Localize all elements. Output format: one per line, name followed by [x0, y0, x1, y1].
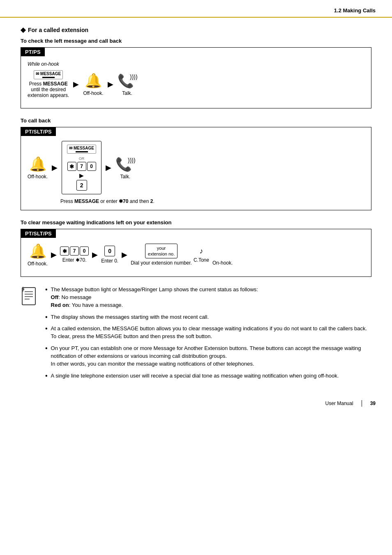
proc-box-ptsltps-clear: PT/SLT/PS 🔔 Off-hook. ▶ ✱ 7 0 Enter ✱70.: [21, 229, 371, 277]
message-button-icon: ✉ MESSAGE: [34, 70, 63, 79]
key-star-clear: ✱: [60, 246, 69, 256]
notes-list: • The Message button light or Message/Ri…: [45, 286, 371, 384]
note-text-4: On your PT, you can establish one or mor…: [51, 345, 371, 368]
key-row-star70: ✱ 7 0: [67, 162, 96, 171]
section-for-called-extension-label: For a called extension: [28, 27, 88, 33]
step3-label-clear: Enter 0.: [101, 258, 118, 264]
key-2-btn: 2: [76, 180, 87, 191]
note-text-2: The display shows the messages starting …: [51, 313, 371, 321]
or-label: OR: [79, 157, 85, 161]
key-7-clear: 7: [70, 246, 79, 256]
step3-label-check: Talk.: [122, 90, 132, 96]
ext-line1: your: [157, 246, 166, 251]
notes-icon-container: [21, 286, 39, 307]
arrow3-clear: ▶: [122, 250, 127, 259]
step5-label-clear: On-hook.: [212, 260, 233, 266]
footer-label: User Manual: [325, 401, 353, 406]
talk-icon-2: 📞 )))): [115, 156, 135, 172]
inner-arrow-callback: ▶: [79, 172, 84, 179]
flow-item-offhook2: 🔔 Off-hook.: [28, 156, 48, 180]
note-bullet-2: •: [45, 314, 48, 321]
proc-box-ptsltps-clear-body: 🔔 Off-hook. ▶ ✱ 7 0 Enter ✱70. ▶ 0: [21, 243, 371, 267]
note-text-3: At a called extension, the MESSAGE butto…: [51, 325, 371, 341]
key-row-star70-clear: ✱ 7 0: [60, 246, 89, 256]
note-bullet-4: •: [45, 345, 48, 368]
key-combo-callback: ✉ MESSAGE OR ✱ 7 0 ▶ 2: [62, 141, 101, 194]
step2-label-clear: Enter ✱70.: [62, 257, 87, 263]
notes-section: • The Message button light or Message/Ri…: [21, 286, 371, 384]
proc-box-ptsltps-clear-header: PT/SLT/PS: [21, 229, 56, 238]
ctone-label: C.Tone: [194, 257, 209, 263]
callback-caption: Press MESSAGE or enter ✱70 and then 2.: [28, 198, 364, 204]
page-footer: User Manual 39: [0, 392, 392, 411]
note-bullet-5: •: [45, 373, 48, 380]
arrow1-check: ▶: [73, 80, 79, 89]
section-title-header: 1.2 Making Calls: [334, 7, 376, 14]
proc-box-ptsltps-callback-body: 🔔 Off-hook. ▶ ✉ MESSAGE OR ✱ 7: [21, 141, 371, 204]
note-item-4: • On your PT, you can establish one or m…: [45, 345, 371, 368]
key-star-btn: ✱: [67, 162, 76, 171]
key-0-second-clear: 0: [104, 246, 115, 256]
note-bullet-3: •: [45, 325, 48, 341]
msg-icon-bar: [42, 77, 55, 78]
bell-icon: 🔔: [85, 72, 102, 89]
proc-box-ptsltps-callback: PT/SLT/PS 🔔 Off-hook. ▶ ✉ MESSAGE OR: [21, 127, 371, 210]
talk-icon-1: 📞 )))): [118, 72, 137, 89]
key-0-clear: 0: [80, 246, 89, 256]
sub-title-call-back: To call back: [21, 117, 371, 124]
proc-box-ptps: PT/PS While on-hook ✉ MESSAGE Press MESS…: [21, 47, 371, 108]
msg-icon-bar-2: [76, 151, 88, 152]
message-button-icon-2: ✉ MESSAGE: [67, 145, 96, 154]
page-header: 1.2 Making Calls: [0, 0, 392, 18]
step1-label-callback: Off-hook.: [28, 174, 48, 180]
flow-item-ctone: ♪ C.Tone: [194, 247, 209, 263]
arrow2-callback: ▶: [106, 163, 111, 172]
step1-label-check: Press MESSAGEuntil the desiredextension …: [28, 81, 69, 98]
note-item-2: • The display shows the messages startin…: [45, 313, 371, 321]
music-note-icon: ♪: [199, 247, 203, 256]
step3-label-callback: Talk.: [120, 174, 131, 180]
notes-book-icon: [21, 286, 39, 307]
key-7-btn: 7: [77, 162, 86, 171]
flow-item-0: 0 Enter 0.: [101, 246, 118, 264]
diamond-icon: ◆: [21, 26, 25, 34]
section-for-called-extension: ◆ For a called extension: [21, 26, 371, 34]
sub-title-check-message: To check the left message and call back: [21, 38, 371, 44]
arrow1-callback: ▶: [52, 163, 58, 172]
page-number: 39: [370, 401, 376, 406]
note-item-3: • At a called extension, the MESSAGE but…: [45, 325, 371, 341]
main-content: ◆ For a called extension To check the le…: [0, 22, 392, 392]
footer-divider: [362, 400, 362, 407]
flow-item-talk1: 📞 )))) Talk.: [118, 72, 137, 96]
flow-item-star70: ✱ 7 0 Enter ✱70.: [60, 246, 89, 263]
flow-item-talk2: 📞 )))) Talk.: [115, 156, 135, 180]
note-text-5: A single line telephone extension user w…: [51, 372, 371, 380]
flow-row-check-msg: ✉ MESSAGE Press MESSAGEuntil the desired…: [28, 70, 364, 98]
key-0-btn: 0: [87, 162, 96, 171]
svg-rect-5: [22, 288, 35, 305]
proc-box-ptps-header: PT/PS: [21, 48, 45, 56]
arrow2-clear: ▶: [92, 250, 98, 259]
flow-item-onhook: 📵 On-hook.: [212, 244, 233, 266]
msg-icon-label: ✉ MESSAGE: [36, 71, 61, 76]
sub-title-clear-msg: To clear message waiting indications lef…: [21, 219, 371, 226]
step1-label-clear: Off-hook.: [28, 261, 48, 267]
ext-line2: extension no.: [148, 251, 175, 256]
note-item-5: • A single line telephone extension user…: [45, 372, 371, 380]
svg-text:)))): )))): [128, 157, 135, 164]
step2-label-check: Off-hook.: [83, 90, 103, 96]
flow-row-callback: 🔔 Off-hook. ▶ ✉ MESSAGE OR ✱ 7: [28, 141, 364, 194]
bell-icon-3: 🔔: [29, 243, 46, 259]
arrow2-check: ▶: [108, 80, 113, 89]
msg-icon-label-2: ✉ MESSAGE: [69, 146, 94, 150]
flow-item-offhook3: 🔔 Off-hook.: [28, 243, 48, 267]
proc-box-ptsltps-callback-header: PT/SLT/PS: [21, 127, 56, 136]
flow-row-clear: 🔔 Off-hook. ▶ ✱ 7 0 Enter ✱70. ▶ 0: [28, 243, 364, 267]
flow-item-ext-no: your extension no. Dial your extension n…: [131, 244, 192, 266]
while-on-hook-label: While on-hook: [28, 61, 364, 67]
svg-text:)))): )))): [130, 74, 137, 80]
step4-label-clear: Dial your extension number.: [131, 260, 192, 266]
onhook-icon: 📵: [213, 244, 232, 258]
ext-no-box: your extension no.: [145, 244, 178, 259]
proc-box-ptps-body: While on-hook ✉ MESSAGE Press MESSAGEunt…: [21, 61, 371, 98]
